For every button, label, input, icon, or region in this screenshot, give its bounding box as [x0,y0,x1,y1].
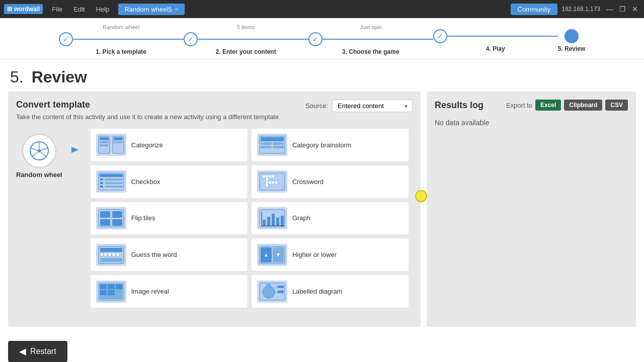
template-category-brainstorm[interactable]: Category brainstorm [252,129,409,161]
logo-text: wordwall [14,6,40,13]
labelled-diagram-label: Labelled diagram [292,288,343,295]
active-tab[interactable]: Random wheel5 × [118,4,185,15]
menu-file[interactable]: File [47,4,67,15]
template-grid-wrapper: Random wheel [16,129,413,308]
templates-list: Categorize Category brai [91,129,413,308]
template-checkbox[interactable]: Checkbox [91,165,248,198]
source-select[interactable]: Entered content [332,100,413,112]
convert-panel: Convert template Take the content of thi… [8,92,421,327]
svg-rect-18 [273,142,284,145]
step-3: Just spin ✓ 3. Choose the game [308,24,433,55]
svg-rect-70 [116,284,123,289]
categorize-thumb [96,134,126,156]
export-clipboard-button[interactable]: Clipboard [564,100,602,111]
graph-label: Graph [292,214,310,222]
menu-items: File Edit Help [47,4,114,15]
window-controls: — ❐ ✕ [604,5,640,13]
template-flip-tiles[interactable]: Flip tiles [91,202,248,235]
template-higher-or-lower[interactable]: ▲ ▼ Higher or lower [252,238,409,271]
graph-svg [259,209,286,228]
tab-close-icon[interactable]: × [175,6,179,13]
step-5-circle [565,29,579,43]
svg-rect-37 [272,181,275,184]
svg-rect-25 [105,186,123,188]
current-template: Random wheel [16,129,62,308]
restart-arrow-icon: ◀ [19,346,26,357]
restart-button[interactable]: ◀ Restart [8,341,67,362]
template-crossword[interactable]: Crossword [252,165,409,198]
svg-rect-47 [267,217,270,226]
bottom-bar: ◀ Restart [0,335,644,362]
svg-rect-27 [100,182,103,184]
close-button[interactable]: ✕ [630,5,640,13]
step-4: ✓ 4. Play [433,27,558,52]
higher-or-lower-label: Higher or lower [292,251,337,258]
svg-point-75 [267,284,271,288]
guess-the-word-thumb [96,244,126,266]
higher-or-lower-thumb: ▲ ▼ [257,244,287,266]
template-graph[interactable]: Graph [252,202,409,235]
template-guess-the-word[interactable]: Guess the word [91,238,248,271]
step-5-name: 5. Review [558,45,586,52]
svg-rect-59 [116,253,119,256]
steps: Random wheel ✓ 1. Pick a template 5 item… [59,24,586,55]
step-2-line [198,39,308,40]
svg-text:▲: ▲ [264,252,269,257]
step-4-row: ✓ [433,29,558,43]
crossword-svg [259,172,286,191]
step-1-row: ✓ [59,32,184,46]
results-panel: Results log Export to Excel Clipboard CS… [427,92,636,327]
template-image-reveal[interactable]: Image reveal [91,275,248,308]
svg-rect-26 [100,178,103,180]
step-2-circle: ✓ [184,32,198,46]
step-4-circle: ✓ [433,29,447,43]
menu-edit[interactable]: Edit [68,4,90,15]
step-1: Random wheel ✓ 1. Pick a template [59,24,184,55]
guess-the-word-label: Guess the word [131,251,177,258]
template-labelled-diagram[interactable]: Labelled diagram [252,275,409,308]
step-1-circle: ✓ [59,32,73,46]
community-button[interactable]: Community [511,4,558,15]
svg-rect-19 [261,146,272,148]
title-bar: ⊞ wordwall File Edit Help Random wheel5 … [0,0,644,18]
export-row: Export to Excel Clipboard CSV [506,100,628,111]
svg-rect-60 [100,258,122,262]
restore-button[interactable]: ❐ [617,5,628,13]
title-bar-left: ⊞ wordwall File Edit Help Random wheel5 … [4,4,185,15]
step-2-name: 2. Enter your content [216,48,276,55]
svg-rect-12 [100,141,109,143]
template-categorize[interactable]: Categorize [91,129,248,161]
svg-rect-36 [269,181,272,184]
main-content: Convert template Take the content of thi… [0,92,644,335]
svg-rect-24 [105,182,123,184]
svg-rect-49 [276,218,279,226]
svg-rect-30 [263,175,266,178]
page-title-area: 5. Review [0,60,644,92]
svg-rect-44 [112,219,122,226]
step-3-line [323,39,433,40]
checkbox-svg [98,172,125,191]
svg-rect-10 [100,137,109,140]
svg-rect-71 [100,290,107,295]
step-3-circle: ✓ [308,32,323,46]
svg-marker-7 [71,147,78,153]
menu-help[interactable]: Help [91,4,115,15]
export-csv-button[interactable]: CSV [605,100,628,111]
minimize-button[interactable]: — [604,5,615,13]
svg-rect-16 [261,137,284,141]
category-brainstorm-thumb [257,134,287,156]
svg-rect-46 [263,220,266,226]
image-reveal-thumb [96,281,126,303]
category-brainstorm-svg [259,135,286,154]
logo-icon: ⊞ [7,6,12,13]
source-label: Source: [305,102,328,110]
svg-rect-23 [105,178,123,180]
step-4-line [447,36,558,37]
convert-description: Take the content of this activity and us… [16,113,413,121]
progress-bar: Random wheel ✓ 1. Pick a template 5 item… [0,18,644,60]
higher-or-lower-svg: ▲ ▼ [259,245,286,264]
export-excel-button[interactable]: Excel [535,100,561,111]
svg-rect-43 [100,219,110,226]
tab-label: Random wheel5 [124,6,172,13]
categorize-label: Categorize [131,141,163,149]
